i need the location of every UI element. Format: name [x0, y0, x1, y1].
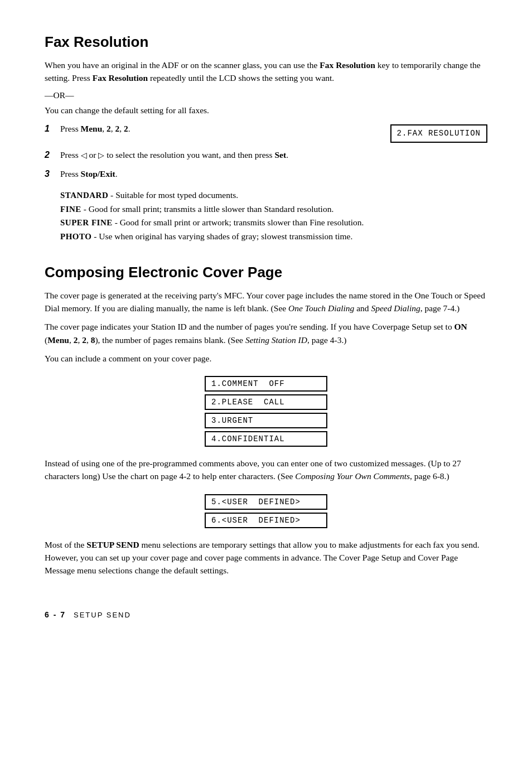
lcd-comment-1: 1.COMMENT OFF [205, 376, 327, 392]
step-1-number: 1 [45, 122, 60, 136]
step-3-number: 3 [45, 167, 60, 181]
or-line: —OR— [45, 90, 487, 100]
steps-list: 1 Press Menu, 2, 2, 2. 2.FAX RESOLUTION … [45, 122, 487, 181]
definitions: STANDARD - Suitable for most typed docum… [60, 189, 487, 244]
def-photo: PHOTO - Use when original has varying sh… [60, 230, 487, 244]
cover-page-para2: The cover page indicates your Station ID… [45, 320, 487, 346]
lcd-comment-2: 2.PLEASE CALL [205, 394, 327, 410]
step-2-content: Press ◁ or ▷ to select the resolution yo… [60, 148, 487, 161]
def-fine: FINE - Good for small print; transmits a… [60, 202, 487, 216]
lcd-display-step1: 2.FAX RESOLUTION [390, 124, 487, 143]
lcd-user-defined-1: 5.<USER DEFINED> [205, 494, 327, 510]
step-3: 3 Press Stop/Exit. [45, 167, 487, 181]
step-3-content: Press Stop/Exit. [60, 167, 487, 180]
footer: 6 - 7 SETUP SEND [45, 610, 487, 619]
composing-cover-page-section: Composing Electronic Cover Page The cove… [45, 264, 487, 577]
step-1: 1 Press Menu, 2, 2, 2. 2.FAX RESOLUTION [45, 122, 487, 143]
lcd-comments-group: 1.COMMENT OFF 2.PLEASE CALL 3.URGENT 4.C… [45, 375, 487, 447]
lcd-comment-3: 3.URGENT [205, 413, 327, 428]
lcd-user-defined-group: 5.<USER DEFINED> 6.<USER DEFINED> [45, 493, 487, 528]
step-2: 2 Press ◁ or ▷ to select the resolution … [45, 148, 487, 162]
step-2-number: 2 [45, 148, 60, 162]
footer-page: 6 - 7 [45, 610, 66, 619]
fax-resolution-section: Fax Resolution When you have an original… [45, 33, 487, 244]
or-text: You can change the default setting for a… [45, 104, 487, 117]
def-standard: STANDARD - Suitable for most typed docum… [60, 189, 487, 202]
cover-page-para3: You can include a comment on your cover … [45, 352, 487, 365]
fax-resolution-intro: When you have an original in the ADF or … [45, 59, 487, 85]
fax-resolution-title: Fax Resolution [45, 33, 487, 51]
lcd-user-defined-2: 6.<USER DEFINED> [205, 513, 327, 528]
footer-section: SETUP SEND [74, 611, 131, 619]
left-arrow-icon: ◁ [81, 151, 87, 160]
cover-page-para1: The cover page is generated at the recei… [45, 289, 487, 315]
cover-page-para5: Most of the SETUP SEND menu selections a… [45, 538, 487, 577]
step-1-content: Press Menu, 2, 2, 2. [60, 122, 374, 135]
def-super-fine: SUPER FINE - Good for small print or art… [60, 216, 487, 230]
composing-cover-page-title: Composing Electronic Cover Page [45, 264, 487, 281]
right-arrow-icon: ▷ [98, 151, 104, 160]
lcd-comment-4: 4.CONFIDENTIAL [205, 431, 327, 447]
cover-page-para4: Instead of using one of the pre-programm… [45, 457, 487, 483]
